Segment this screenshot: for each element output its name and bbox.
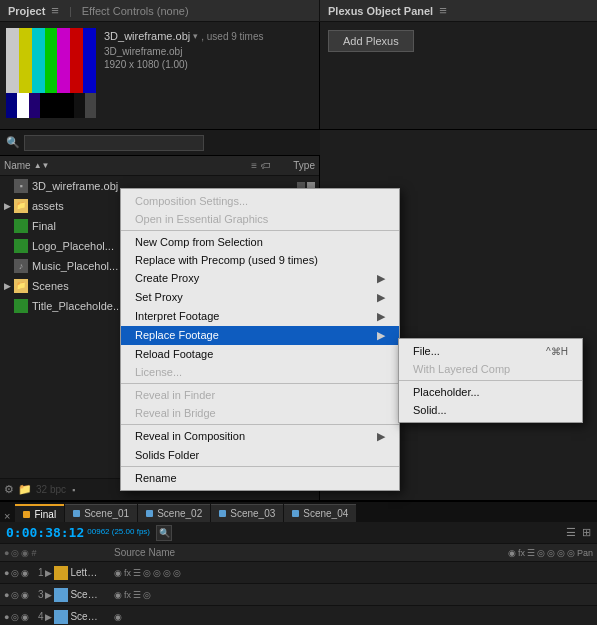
track1-vis[interactable]: ● <box>4 568 9 578</box>
preview-meta1: 3D_wireframe.obj <box>104 46 313 57</box>
add-plexus-button[interactable]: Add Plexus <box>328 30 414 52</box>
project-title: Project <box>8 5 45 17</box>
sort-icon[interactable]: ▲▼ <box>34 161 50 170</box>
name-col-header: Name <box>4 160 31 171</box>
ctx-sep2 <box>121 383 399 384</box>
ctx-sep1 <box>121 230 399 231</box>
track3-toggle[interactable]: ▶ <box>45 590 52 600</box>
close-icon[interactable]: × <box>4 510 10 522</box>
preview-thumbnail <box>6 28 96 118</box>
ctx-license[interactable]: License... <box>121 363 399 381</box>
search-icon: 🔍 <box>6 136 20 149</box>
timecode-display[interactable]: 0:00:38:12 <box>6 525 84 540</box>
ctx-sep3 <box>121 424 399 425</box>
ctx-reveal-bridge[interactable]: Reveal in Bridge <box>121 404 399 422</box>
track4-solo[interactable]: ◎ <box>11 612 19 622</box>
project-preview: 3D_wireframe.obj ▾ , used 9 times 3D_wir… <box>0 22 320 129</box>
timeline-panel: × Final Scene_01 Scene_02 Scene_03 Scene… <box>0 500 597 625</box>
track4-lock[interactable]: ◉ <box>21 612 29 622</box>
plexus-title: Plexus Object Panel <box>328 5 433 17</box>
track1-lock[interactable]: ◉ <box>21 568 29 578</box>
submenu-placeholder[interactable]: Placeholder... <box>399 383 582 401</box>
ctx-solids-folder[interactable]: Solids Folder <box>121 446 399 464</box>
track-row-scene09: ● ◎ ◉ 3 ▶ Scene_09 ◉ fx ☰ ◎ <box>0 584 597 606</box>
fps-display: 00962 (25.00 fps) <box>87 528 150 537</box>
plexus-panel-header: Plexus Object Panel ≡ <box>320 0 597 21</box>
submenu-sep <box>399 380 582 381</box>
project-panel-header: Project ≡ | Effect Controls (none) <box>0 0 320 21</box>
track4-toggle[interactable]: ▶ <box>45 612 52 622</box>
track1-toggle[interactable]: ▶ <box>45 568 52 578</box>
ctx-sep4 <box>121 466 399 467</box>
timeline-controls: 0:00:38:12 00962 (25.00 fps) 🔍 ☰ ⊞ <box>0 522 597 544</box>
timeline-tab-scene02[interactable]: Scene_02 <box>138 504 210 522</box>
track4-name: Scene_08 <box>70 611 100 622</box>
project-settings-icon[interactable]: ⚙ <box>4 483 14 496</box>
effect-controls-tab[interactable]: Effect Controls (none) <box>82 5 189 17</box>
list-view-icon[interactable]: ≡ <box>251 160 257 171</box>
timeline-viewer-icon[interactable]: ⊞ <box>582 526 591 539</box>
context-menu: Composition Settings... Open in Essentia… <box>120 188 400 491</box>
timeline-tabs: × Final Scene_01 Scene_02 Scene_03 Scene… <box>0 502 597 522</box>
track1-name: Letterbox <box>70 567 100 578</box>
search-bar: 🔍 <box>0 130 320 156</box>
ctx-interpret-footage[interactable]: Interpret Footage ▶ <box>121 307 399 326</box>
preview-info: 3D_wireframe.obj ▾ , used 9 times 3D_wir… <box>104 28 313 123</box>
plexus-menu-icon[interactable]: ≡ <box>439 3 447 18</box>
ctx-new-comp[interactable]: New Comp from Selection <box>121 233 399 251</box>
track-row-scene08: ● ◎ ◉ 4 ▶ Scene_08 ◉ <box>0 606 597 625</box>
track4-num: 4 <box>31 611 43 622</box>
track4-vis[interactable]: ● <box>4 612 9 622</box>
preview-dropdown[interactable]: ▾ <box>193 31 198 41</box>
project-menu-icon[interactable]: ≡ <box>51 3 59 18</box>
new-folder-icon[interactable]: 📁 <box>18 483 32 496</box>
search-timeline-icon[interactable]: 🔍 <box>156 525 172 541</box>
timeline-tab-final[interactable]: Final <box>15 504 64 522</box>
preview-meta2: 1920 x 1080 (1.00) <box>104 59 313 70</box>
ctx-composition-settings[interactable]: Composition Settings... <box>121 192 399 210</box>
ctx-reload-footage[interactable]: Reload Footage <box>121 345 399 363</box>
submenu-solid[interactable]: Solid... <box>399 401 582 419</box>
preview-usage: , used 9 times <box>201 31 263 42</box>
ctx-create-proxy[interactable]: Create Proxy ▶ <box>121 269 399 288</box>
ctx-open-essential[interactable]: Open in Essential Graphics <box>121 210 399 228</box>
track3-lock[interactable]: ◉ <box>21 590 29 600</box>
tag-icon[interactable]: 🏷 <box>261 160 271 171</box>
ctx-rename[interactable]: Rename <box>121 469 399 487</box>
track3-vis[interactable]: ● <box>4 590 9 600</box>
ctx-replace-precomp[interactable]: Replace with Precomp (used 9 times) <box>121 251 399 269</box>
bit-depth-icon[interactable]: ▪ <box>72 485 75 495</box>
replace-footage-submenu: File... ^⌘H With Layered Comp Placeholde… <box>398 338 583 423</box>
source-name-col: Source Name <box>114 547 508 558</box>
preview-filename: 3D_wireframe.obj <box>104 30 190 42</box>
submenu-file[interactable]: File... ^⌘H <box>399 342 582 360</box>
submenu-with-layered[interactable]: With Layered Comp <box>399 360 582 378</box>
track-header-row: ● ◎ ◉ # Source Name ◉ fx ☰ ◎ ◎ ◎ ◎ Pan <box>0 544 597 562</box>
ctx-replace-footage[interactable]: Replace Footage ▶ <box>121 326 399 345</box>
timeline-tab-scene01[interactable]: Scene_01 <box>65 504 137 522</box>
track1-num: 1 <box>31 567 43 578</box>
track3-name: Scene_09 <box>70 589 100 600</box>
track3-num: 3 <box>31 589 43 600</box>
plexus-panel-content: Add Plexus <box>320 22 597 129</box>
track3-solo[interactable]: ◎ <box>11 590 19 600</box>
ctx-reveal-finder[interactable]: Reveal in Finder <box>121 386 399 404</box>
track-row-letterbox: ● ◎ ◉ 1 ▶ Letterbox ◉ fx ☰ ◎ ◎ ◎ ◎ <box>0 562 597 584</box>
search-input[interactable] <box>24 135 204 151</box>
timeline-tab-scene03[interactable]: Scene_03 <box>211 504 283 522</box>
ctx-reveal-comp[interactable]: Reveal in Composition ▶ <box>121 427 399 446</box>
type-col-header: Type <box>275 160 315 171</box>
ctx-set-proxy[interactable]: Set Proxy ▶ <box>121 288 399 307</box>
replace-footage-label: Replace Footage <box>135 329 219 342</box>
timeline-options-icon[interactable]: ☰ <box>566 526 576 539</box>
track1-solo[interactable]: ◎ <box>11 568 19 578</box>
timeline-tab-scene04[interactable]: Scene_04 <box>284 504 356 522</box>
